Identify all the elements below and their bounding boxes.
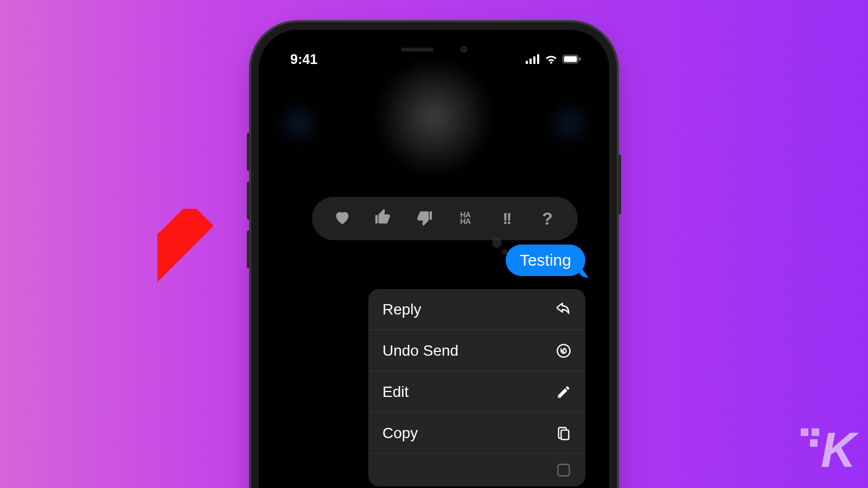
thumbs-down-icon	[415, 208, 433, 229]
pencil-icon	[556, 384, 571, 400]
menu-item-copy[interactable]: Copy	[368, 413, 585, 454]
watermark-logo: K	[821, 422, 853, 478]
question-mark-icon: ?	[542, 209, 553, 229]
watermark-dots-icon	[799, 427, 821, 448]
svg-rect-0	[526, 61, 528, 64]
menu-item-cutoff[interactable]	[368, 454, 585, 486]
doc-on-doc-icon	[556, 426, 571, 441]
thumbs-up-icon	[374, 208, 392, 229]
tapback-haha[interactable]: HA HA	[455, 208, 476, 229]
tapback-tail	[492, 238, 502, 248]
watermark-letter: K	[821, 423, 853, 477]
speaker-grille	[401, 48, 433, 52]
tapback-thumbs-down[interactable]	[413, 208, 435, 229]
cellular-signal-icon	[526, 54, 540, 64]
tapback-heart[interactable]	[331, 208, 353, 229]
wifi-icon	[544, 54, 558, 65]
bubble-tail	[577, 264, 590, 278]
message-context-menu: Reply Undo Send Edit Copy	[368, 289, 585, 486]
menu-label: Undo Send	[382, 342, 458, 359]
svg-rect-5	[564, 56, 577, 62]
tapback-emphasis[interactable]: !!	[495, 208, 517, 229]
front-camera	[461, 46, 467, 53]
svg-rect-2	[533, 56, 535, 64]
tapback-reaction-bar: HA HA !! ?	[312, 197, 578, 240]
battery-icon	[563, 55, 581, 63]
notch	[372, 40, 496, 59]
message-text: Testing	[520, 251, 571, 269]
menu-label: Edit	[382, 383, 409, 401]
menu-label: Reply	[382, 301, 422, 318]
menu-label: Copy	[382, 425, 418, 442]
menu-item-reply[interactable]: Reply	[368, 289, 585, 330]
svg-rect-8	[561, 430, 569, 440]
svg-rect-1	[529, 59, 532, 64]
blurred-facetime-button	[556, 110, 583, 137]
phone-frame: 9:41	[259, 30, 609, 488]
svg-rect-6	[579, 57, 581, 61]
phone-screen: 9:41	[269, 40, 599, 488]
svg-rect-12	[157, 209, 214, 341]
double-exclamation-icon: !!	[502, 209, 510, 228]
svg-rect-3	[537, 54, 539, 64]
menu-item-edit[interactable]: Edit	[368, 371, 585, 413]
menu-item-undo-send[interactable]: Undo Send	[368, 330, 585, 371]
svg-rect-9	[558, 465, 570, 476]
heart-icon	[333, 208, 352, 229]
haha-icon: HA HA	[460, 212, 470, 225]
tapback-question[interactable]: ?	[537, 208, 558, 229]
sent-message-bubble[interactable]: Testing	[506, 245, 585, 276]
tapback-thumbs-up[interactable]	[372, 208, 394, 229]
status-time: 9:41	[290, 52, 317, 67]
reply-arrow-icon	[556, 302, 571, 317]
blurred-back-button	[285, 110, 312, 137]
translate-icon	[556, 463, 571, 478]
status-icons	[526, 54, 581, 65]
undo-circle-icon	[556, 343, 571, 358]
